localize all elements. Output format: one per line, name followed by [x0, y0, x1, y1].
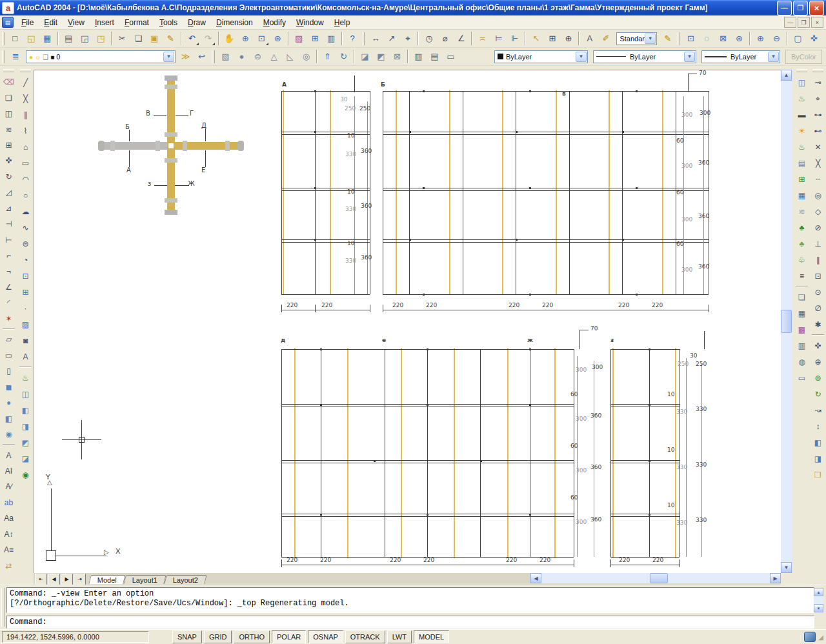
ordinate-dimension-icon[interactable]: ⌖ — [399, 30, 416, 46]
mdi-minimize-button[interactable]: — — [784, 17, 796, 28]
publish-icon[interactable]: ◳ — [93, 30, 109, 46]
undo-icon[interactable]: ↶ — [184, 30, 200, 46]
image-transparency-icon[interactable]: ◍ — [794, 354, 810, 370]
snap-to-tangent-icon[interactable]: ⊘ — [810, 219, 826, 236]
command-history-scrollbar[interactable]: ▲ ▼ — [814, 588, 823, 612]
zoom-in-icon[interactable]: ⊕ — [752, 30, 769, 46]
arc-icon[interactable]: ◠ — [17, 171, 34, 187]
zoom-extents-icon[interactable]: ✜ — [806, 30, 822, 46]
render-preferences-icon[interactable]: ◉ — [17, 467, 34, 483]
insert-block-icon[interactable]: ⊡ — [17, 268, 34, 284]
hidden-shade-icon[interactable]: ▯ — [1, 363, 17, 379]
ellipse-icon[interactable]: ⊜ — [17, 236, 34, 252]
plot-icon[interactable]: ▤ — [61, 30, 77, 46]
mdi-close-button[interactable]: × — [811, 17, 823, 28]
scroll-down-icon[interactable]: ▼ — [814, 604, 823, 612]
materials-icon[interactable]: ♨ — [794, 139, 810, 155]
back-clip-icon[interactable]: ◨ — [810, 450, 826, 467]
background-icon[interactable]: ▦ — [794, 187, 810, 203]
gouraud-shaded-icon[interactable]: ● — [1, 395, 17, 410]
horizontal-scroll-thumb[interactable] — [650, 573, 668, 583]
explode-icon[interactable]: ✶ — [1, 311, 17, 327]
toolbar-grip[interactable] — [2, 50, 5, 63]
plot-preview-icon[interactable]: ◲ — [77, 30, 93, 46]
polyline-icon[interactable]: ⌇ — [17, 123, 34, 139]
copy-to-clipboard-icon[interactable]: ❏ — [130, 30, 146, 46]
tab-layout1[interactable]: Layout1 — [123, 575, 166, 584]
toolbar-grip[interactable] — [2, 32, 5, 45]
lineweight-control-select[interactable]: ByLayer ▼ — [701, 50, 780, 63]
scale-icon[interactable]: ◿ — [1, 185, 17, 200]
solid-cone-icon[interactable]: △ — [266, 48, 282, 65]
draw-mtext-icon[interactable]: A — [17, 348, 34, 365]
scroll-right-icon[interactable]: ▶ — [770, 573, 781, 583]
markup-icon[interactable]: ▥ — [323, 30, 339, 46]
3d-wireframe-icon[interactable]: ▭ — [1, 348, 17, 363]
layer-properties-manager-icon[interactable]: ≣ — [8, 48, 24, 65]
setup-view-icon[interactable]: ▤ — [427, 48, 443, 65]
chamfer-icon[interactable]: ∠ — [1, 279, 17, 295]
text-style-icon[interactable]: Aa — [1, 510, 17, 526]
vertical-scrollbar[interactable]: ▲ ▼ — [781, 70, 792, 573]
solid-box-icon[interactable]: ▧ — [217, 48, 234, 65]
center-mark-icon[interactable]: ⊕ — [560, 30, 576, 46]
baseline-dimension-icon[interactable]: ⊨ — [490, 30, 507, 46]
line-icon[interactable]: ╱ — [17, 74, 34, 90]
fog-icon[interactable]: ≋ — [794, 203, 810, 219]
new-drawing-icon[interactable]: □ — [7, 30, 23, 46]
slice-icon[interactable]: ◪ — [357, 48, 373, 65]
match-properties-icon[interactable]: ✎ — [163, 30, 179, 46]
snap-to-apparent-intersection-icon[interactable]: ╳ — [810, 155, 826, 171]
scenes-icon[interactable]: ▬ — [794, 106, 810, 123]
break-at-point-icon[interactable]: ⌐ — [1, 248, 17, 263]
status-toggle-ortho[interactable]: ORTHO — [234, 630, 270, 643]
3d-pan-icon[interactable]: ✜ — [810, 337, 826, 354]
2d-wireframe-icon[interactable]: ▱ — [1, 332, 17, 347]
extend-icon[interactable]: ⊢ — [1, 232, 17, 247]
gouraud-shade-icon[interactable]: ◨ — [17, 418, 34, 434]
layer-select[interactable]: ●☼❑■ 0 ▼ — [26, 50, 176, 63]
scroll-up-icon[interactable]: ▲ — [781, 70, 792, 81]
vertical-scroll-thumb[interactable] — [781, 310, 792, 333]
pan-realtime-icon[interactable]: ✋ — [221, 30, 237, 46]
scroll-left-icon[interactable]: ◀ — [530, 573, 541, 583]
setup-profile-icon[interactable]: ▭ — [443, 48, 459, 65]
render-icon[interactable]: ♨ — [794, 90, 810, 106]
3d-continuous-orbit-icon[interactable]: ↻ — [810, 386, 826, 402]
toolbar-grip[interactable] — [796, 69, 807, 72]
layer-previous-icon[interactable]: ↩ — [194, 48, 210, 65]
chevron-down-icon[interactable]: ▼ — [768, 52, 779, 62]
landscape-new-icon[interactable]: ♣ — [794, 219, 810, 236]
region-icon[interactable]: ◙ — [17, 332, 34, 348]
multiline-icon[interactable]: ∥ — [17, 106, 34, 123]
chevron-down-icon[interactable]: ▼ — [645, 34, 656, 44]
designcenter-icon[interactable]: ▧ — [291, 30, 307, 46]
spline-icon[interactable]: ∿ — [17, 219, 34, 236]
dimension-text-edit-icon[interactable]: A — [581, 30, 598, 46]
status-toggle-polar[interactable]: POLAR — [272, 630, 306, 643]
break-icon[interactable]: ¬ — [1, 263, 17, 279]
snap-to-parallel-icon[interactable]: ∥ — [810, 252, 826, 268]
toolbar-grip[interactable] — [812, 69, 823, 72]
fillet-icon[interactable]: ◜ — [1, 295, 17, 310]
zoom-out-icon[interactable]: ⊖ — [769, 30, 785, 46]
snap-to-center-icon[interactable]: ◎ — [810, 187, 826, 203]
horizontal-scrollbar[interactable]: ◀ ▶ — [530, 573, 781, 583]
tab-nav-next-icon[interactable]: ▶ — [61, 574, 73, 585]
landscape-library-icon[interactable]: ♧ — [794, 252, 810, 268]
toolbar-grip[interactable] — [363, 32, 365, 45]
zoom-realtime-icon[interactable]: ⊕ — [237, 30, 254, 46]
zoom-center-icon[interactable]: ⊛ — [731, 30, 747, 46]
hatch-icon[interactable]: ▨ — [17, 316, 34, 332]
radius-dimension-icon[interactable]: ◷ — [421, 30, 437, 46]
menu-draw[interactable]: Draw — [183, 17, 211, 28]
chevron-down-icon[interactable]: ▼ — [576, 52, 587, 62]
snap-to-extension-icon[interactable]: ┄ — [810, 171, 826, 187]
multiline-text-icon[interactable]: A — [1, 447, 17, 463]
scroll-down-icon[interactable]: ▼ — [781, 562, 792, 573]
snap-to-none-icon[interactable]: ∅ — [810, 300, 826, 316]
toolbar-grip[interactable] — [3, 69, 14, 72]
status-resize-grip[interactable]: ◢ — [818, 634, 823, 641]
linear-dimension-icon[interactable]: ↔ — [367, 30, 383, 46]
toolbar-grip[interactable] — [20, 69, 31, 72]
